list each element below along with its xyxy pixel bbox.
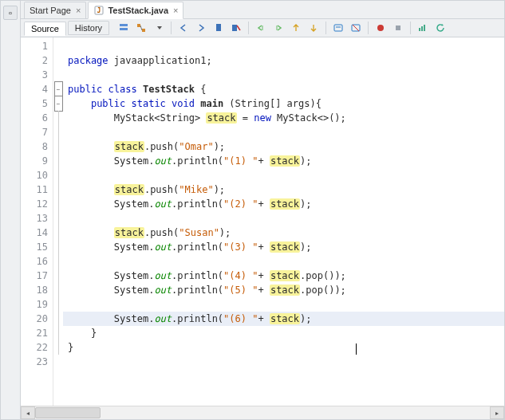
code-line[interactable] [63,125,504,139]
code-line[interactable]: MyStack<String> stack = new MyStack<>(); [63,111,504,125]
code-line[interactable]: } [63,340,504,355]
code-line[interactable]: System.out.println("(1) "+ stack); [63,154,504,168]
code-line[interactable]: System.out.println("(6) "+ stack); [63,312,504,326]
fold-guide [58,168,59,183]
svg-rect-4 [137,24,140,27]
code-line[interactable]: System.out.println("(2) "+ stack); [63,197,504,211]
code-line[interactable] [63,168,504,183]
toolbar-separator [325,22,326,34]
toolbar-separator [410,22,411,34]
line-number: 13 [21,211,53,226]
uncomment-icon[interactable] [348,20,364,36]
diff-up-icon[interactable] [288,20,304,36]
line-number: 12 [21,197,53,211]
fold-toggle-icon[interactable]: − [54,81,63,97]
stop-macro-icon[interactable] [390,20,406,36]
record-macro-icon[interactable] [373,20,389,36]
svg-rect-7 [216,24,221,31]
fold-guide [58,211,59,226]
tab-start-page[interactable]: Start Page × [24,2,86,18]
code-line[interactable]: public static void main (String[] args){ [63,96,504,111]
comment-icon[interactable] [330,20,346,36]
code-line[interactable]: System.out.println("(4) "+ stack.pop()); [63,269,504,283]
fold-guide [58,125,59,139]
code-line[interactable] [63,254,504,269]
members-icon[interactable] [116,20,132,36]
svg-text:J: J [97,7,101,14]
toggle-bookmark-icon[interactable] [211,20,227,36]
dropdown-icon[interactable] [151,20,167,36]
close-icon[interactable]: × [76,6,81,15]
code-line[interactable]: stack.push("Omar"); [63,139,504,154]
line-number: 20 [21,312,53,326]
fold-toggle-icon[interactable]: − [54,96,63,112]
code-line[interactable]: } [63,326,504,340]
subtab-source[interactable]: Source [24,22,66,36]
code-line[interactable]: System.out.println("(5) "+ stack.pop()); [63,283,504,297]
fold-guide [58,240,59,254]
horizontal-scrollbar[interactable]: ◂ ▸ [21,406,504,419]
code-line[interactable] [63,355,504,369]
line-number: 15 [21,240,53,254]
close-icon[interactable]: × [173,6,178,15]
fold-guide [58,254,59,269]
code-editor[interactable]: 1234567891011121314151617181920212223 −−… [21,37,504,406]
subtab-history[interactable]: History [68,21,109,35]
line-number: 2 [21,53,53,68]
toolbar-separator [171,22,172,34]
line-number: 10 [21,168,53,183]
svg-rect-2 [120,24,128,26]
svg-rect-19 [421,26,423,31]
main-panel: Start Page × J TestStack.java × Source H… [21,1,504,419]
panel-icon: ▫ [9,8,12,18]
scroll-right-button[interactable]: ▸ [490,406,504,419]
line-number: 6 [21,111,53,125]
fold-guide [58,154,59,168]
prev-bookmark-icon[interactable] [176,20,191,36]
code-line[interactable] [63,211,504,226]
fold-guide [58,197,59,211]
scroll-left-button[interactable]: ◂ [21,406,35,419]
code-line[interactable]: stack.push("Susan"); [63,226,504,240]
toolbar-separator [368,22,369,34]
svg-rect-12 [334,25,342,31]
svg-rect-3 [120,28,128,30]
code-line[interactable]: public class TestStack { [63,82,504,96]
svg-point-16 [377,25,384,31]
refactor-icon[interactable] [133,20,149,36]
metrics-icon[interactable] [415,20,431,36]
scroll-thumb[interactable] [35,407,101,418]
svg-rect-18 [419,28,420,31]
line-number: 19 [21,297,53,312]
shift-left-icon[interactable] [253,20,269,36]
code-line[interactable]: System.out.println("(3) "+ stack); [63,240,504,254]
next-bookmark-icon[interactable] [193,20,209,36]
java-file-icon: J [93,5,105,16]
panel-options-button[interactable]: ▫ [3,6,18,20]
fold-guide [58,283,59,297]
editor-sub-bar: Source History [21,19,504,37]
line-number: 8 [21,139,53,154]
line-number: 3 [21,68,53,82]
code-line[interactable] [63,297,504,312]
code-line[interactable]: package javaapplication1; [63,53,504,68]
diff-down-icon[interactable] [306,20,322,36]
code-line[interactable]: stack.push("Mike"); [63,183,504,197]
subtab-source-label: Source [31,24,59,33]
line-number: 23 [21,355,53,369]
code-line[interactable] [63,68,504,82]
refresh-icon[interactable] [432,20,448,36]
fold-guide [58,111,59,125]
code-line[interactable] [63,39,504,53]
shift-right-icon[interactable] [270,20,286,36]
editor-toolbar [116,20,448,36]
editor-window: ▫ Start Page × J TestStack.java × Source [0,0,505,420]
svg-line-9 [237,26,240,30]
line-number: 9 [21,154,53,168]
line-number: 17 [21,269,53,283]
line-number-gutter: 1234567891011121314151617181920212223 [21,37,53,406]
clear-bookmarks-icon[interactable] [228,20,244,36]
tab-teststack[interactable]: J TestStack.java × [88,2,183,19]
line-number: 14 [21,226,53,240]
code-area[interactable]: package javaapplication1; public class T… [63,37,504,406]
